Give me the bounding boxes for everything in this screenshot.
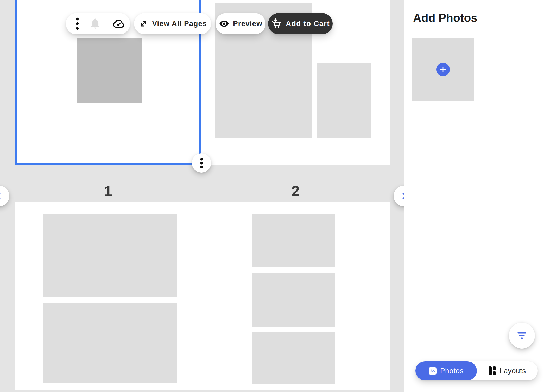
tab-layouts[interactable]: Layouts (477, 361, 538, 380)
add-photos-panel: Add Photos Photos (404, 0, 544, 392)
chevron-left-icon (0, 192, 3, 200)
preview-button[interactable]: Preview (216, 13, 265, 34)
page-menu-button[interactable] (74, 13, 80, 34)
panel-title: Add Photos (413, 11, 477, 24)
sync-status-button[interactable] (112, 13, 125, 34)
add-to-cart-icon (271, 18, 282, 29)
photo-placeholder[interactable] (317, 63, 371, 138)
page-options-pill (66, 13, 130, 34)
photo-placeholder[interactable] (43, 303, 177, 383)
book-page-4[interactable] (201, 202, 390, 390)
tab-photos[interactable]: Photos (415, 361, 477, 380)
page-number-right: 2 (201, 182, 390, 199)
photo-placeholder[interactable] (252, 332, 335, 384)
filter-photos-button[interactable] (509, 323, 535, 349)
view-all-pages-button[interactable]: View All Pages (134, 13, 211, 34)
spread-options-button[interactable] (192, 153, 211, 173)
filter-funnel-icon (517, 332, 527, 339)
panel-tabs: Photos Layouts (415, 361, 538, 380)
photo-image-icon (429, 367, 437, 375)
photo-placeholder[interactable] (252, 273, 335, 327)
add-photo-tile[interactable] (412, 38, 474, 101)
eye-icon (219, 18, 230, 29)
add-to-cart-button[interactable]: Add to Cart (268, 13, 333, 34)
expand-pages-icon (138, 18, 149, 29)
book-page-3[interactable] (15, 202, 201, 390)
notifications-button[interactable] (89, 13, 102, 34)
toolbar-divider (107, 13, 107, 34)
kebab-menu-icon (200, 158, 203, 168)
photo-placeholder[interactable] (77, 38, 142, 103)
tab-layouts-label: Layouts (499, 367, 526, 375)
add-to-cart-label: Add to Cart (286, 20, 330, 28)
editor-canvas: 1 2 (0, 0, 404, 392)
plus-icon (439, 66, 447, 73)
photo-placeholder[interactable] (43, 214, 177, 297)
add-photo-button[interactable] (436, 63, 450, 76)
bell-icon (90, 18, 101, 29)
tab-photos-label: Photos (440, 367, 464, 375)
kebab-menu-icon (76, 17, 79, 30)
view-all-pages-label: View All Pages (152, 20, 207, 28)
cloud-check-icon (112, 18, 125, 29)
layout-blocks-icon (489, 366, 496, 375)
photo-placeholder[interactable] (252, 214, 335, 267)
page-number-left: 1 (15, 182, 201, 199)
preview-label: Preview (233, 20, 262, 28)
